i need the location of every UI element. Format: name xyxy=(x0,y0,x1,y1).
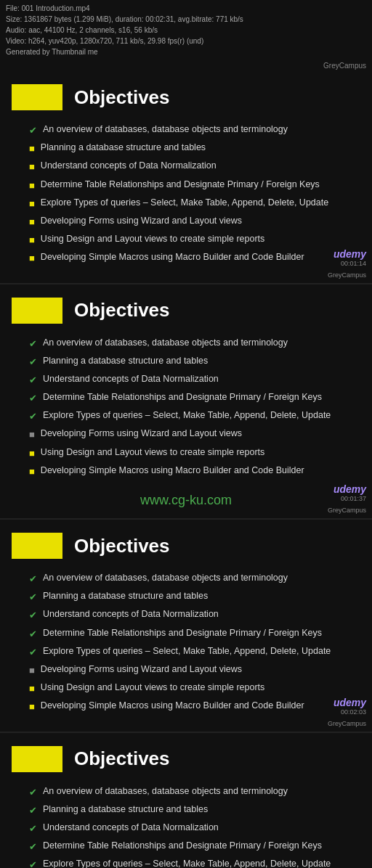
list-item-text: Planning a database structure and tables xyxy=(43,803,208,816)
check-icon: ■ xyxy=(29,179,35,192)
top-info: File: 001 Introduction.mp4 Size: 1361867… xyxy=(0,0,372,60)
check-icon: ■ xyxy=(29,234,35,247)
section-4: Objectives✔An overview of databases, dat… xyxy=(0,733,372,869)
check-icon: ■ xyxy=(29,216,35,229)
udemy-timestamp: 00:01:37 xyxy=(333,495,366,502)
file-info-line2: Size: 1361867 bytes (1.299 MiB), duratio… xyxy=(6,14,366,25)
list-item-text: Understand concepts of Data Normalizatio… xyxy=(43,822,219,835)
list-item: ■Explore Types of queries – Select, Make… xyxy=(29,197,360,210)
list-item-text: Determine Table Relationships and Design… xyxy=(41,179,320,192)
objectives-header: Objectives xyxy=(0,71,372,120)
list-item-text: An overview of databases, database objec… xyxy=(43,785,288,798)
list-item: ■Developing Simple Macros using Macro Bu… xyxy=(29,464,360,478)
list-item-text: Understand concepts of Data Normalizatio… xyxy=(41,160,217,173)
list-item: ✔Planning a database structure and table… xyxy=(29,803,360,817)
list-item: ■Using Design and Layout views to create… xyxy=(29,446,360,460)
section-1: Objectives✔An overview of databases, dat… xyxy=(0,71,372,283)
grey-campus-badge: GreyCampus xyxy=(328,271,366,279)
check-icon: ■ xyxy=(29,252,35,265)
objectives-title: Objectives xyxy=(74,535,170,557)
check-icon: ■ xyxy=(29,682,35,695)
yellow-accent-block xyxy=(12,298,62,324)
check-icon: ✔ xyxy=(29,591,37,604)
list-item: ✔An overview of databases, database obje… xyxy=(29,123,360,137)
list-item-text: Determine Table Relationships and Design… xyxy=(43,627,322,640)
list-item-text: Planning a database structure and tables xyxy=(43,355,208,368)
objectives-header: Objectives xyxy=(0,520,372,569)
check-icon: ✔ xyxy=(29,804,37,817)
list-item-text: Developing Simple Macros using Macro Bui… xyxy=(41,251,304,264)
check-icon: ✔ xyxy=(29,859,37,868)
list-item: ✔Explore Types of queries – Select, Make… xyxy=(29,645,360,659)
check-icon: ■ xyxy=(29,465,35,478)
udemy-text: udemy xyxy=(333,483,366,495)
section-2: Objectives✔An overview of databases, dat… xyxy=(0,284,372,519)
list-item: ✔Planning a database structure and table… xyxy=(29,355,360,369)
file-info-line1: File: 001 Introduction.mp4 xyxy=(6,3,366,14)
list-item: ■Planning a database structure and table… xyxy=(29,142,360,155)
list-item: ■Developing Forms using Wizard and Layou… xyxy=(29,215,360,229)
objectives-header: Objectives xyxy=(0,284,372,334)
list-item: ■Using Design and Layout views to create… xyxy=(29,681,360,695)
list-item: ✔Determine Table Relationships and Desig… xyxy=(29,627,360,641)
list-item-text: Developing Forms using Wizard and Layout… xyxy=(41,215,242,228)
list-item: ■Using Design and Layout views to create… xyxy=(29,233,360,247)
check-icon: ✔ xyxy=(29,337,37,351)
objectives-list: ✔An overview of databases, database obje… xyxy=(0,569,372,724)
list-item: ✔An overview of databases, database obje… xyxy=(29,337,360,351)
list-item-text: Developing Simple Macros using Macro Bui… xyxy=(41,464,304,478)
check-icon: ✔ xyxy=(29,786,37,799)
list-item: ✔Understand concepts of Data Normalizati… xyxy=(29,608,360,622)
list-item: ■Developing Simple Macros using Macro Bu… xyxy=(29,251,360,265)
list-item-text: Using Design and Layout views to create … xyxy=(41,233,264,246)
udemy-badge: udemy00:01:37 xyxy=(333,483,366,502)
list-item-text: Developing Forms using Wizard and Layout… xyxy=(41,427,242,441)
udemy-badge: udemy00:01:14 xyxy=(333,248,366,267)
list-item: ■Developing Forms using Wizard and Layou… xyxy=(29,427,360,441)
check-icon: ✔ xyxy=(29,374,37,387)
objectives-header: Objectives xyxy=(0,733,372,782)
udemy-text: udemy xyxy=(333,248,366,260)
check-icon: ✔ xyxy=(29,356,37,369)
list-item-text: An overview of databases, database objec… xyxy=(43,337,288,350)
list-item: ✔An overview of databases, database obje… xyxy=(29,785,360,799)
yellow-accent-block xyxy=(12,533,62,559)
udemy-text: udemy xyxy=(333,697,366,708)
list-item: ✔An overview of databases, database obje… xyxy=(29,572,360,586)
udemy-badge: udemy00:02:03 xyxy=(333,697,366,716)
list-item-text: An overview of databases, database objec… xyxy=(43,572,288,585)
list-item-text: Developing Forms using Wizard and Layout… xyxy=(41,663,242,676)
list-item-text: Planning a database structure and tables xyxy=(41,142,206,155)
list-item: ✔Explore Types of queries – Select, Make… xyxy=(29,858,360,868)
check-icon: ✔ xyxy=(29,609,37,622)
grey-campus-badge: GreyCampus xyxy=(328,720,366,727)
objectives-title: Objectives xyxy=(74,748,170,770)
check-icon: ✔ xyxy=(29,840,37,853)
list-item-text: Using Design and Layout views to create … xyxy=(41,681,264,695)
list-item: ✔Planning a database structure and table… xyxy=(29,590,360,604)
check-icon: ■ xyxy=(29,428,35,441)
file-info-line5: Generated by Thumbnail me xyxy=(6,46,366,57)
check-icon: ✔ xyxy=(29,628,37,641)
check-icon: ✔ xyxy=(29,822,37,835)
list-item: ■Developing Forms using Wizard and Layou… xyxy=(29,663,360,677)
objectives-list: ✔An overview of databases, database obje… xyxy=(0,334,372,489)
check-icon: ✔ xyxy=(29,392,37,405)
list-item-text: Explore Types of queries – Select, Make … xyxy=(43,409,331,422)
objectives-title: Objectives xyxy=(74,299,170,322)
udemy-timestamp: 00:02:03 xyxy=(333,708,366,716)
check-icon: ✔ xyxy=(29,573,37,586)
objectives-list: ✔An overview of databases, database obje… xyxy=(0,120,372,276)
check-icon: ■ xyxy=(29,197,35,210)
check-icon: ✔ xyxy=(29,124,37,137)
list-item-text: Planning a database structure and tables xyxy=(43,590,208,603)
objectives-list: ✔An overview of databases, database obje… xyxy=(0,782,372,869)
list-item: ✔Understand concepts of Data Normalizati… xyxy=(29,373,360,387)
list-item-text: Explore Types of queries – Select, Make … xyxy=(43,858,331,868)
list-item-text: Developing Simple Macros using Macro Bui… xyxy=(41,700,304,713)
list-item-text: Explore Types of queries – Select, Make … xyxy=(43,645,331,658)
list-item: ✔Determine Table Relationships and Desig… xyxy=(29,840,360,853)
check-icon: ■ xyxy=(29,160,35,173)
list-item: ✔Explore Types of queries – Select, Make… xyxy=(29,409,360,423)
check-icon: ■ xyxy=(29,142,35,155)
